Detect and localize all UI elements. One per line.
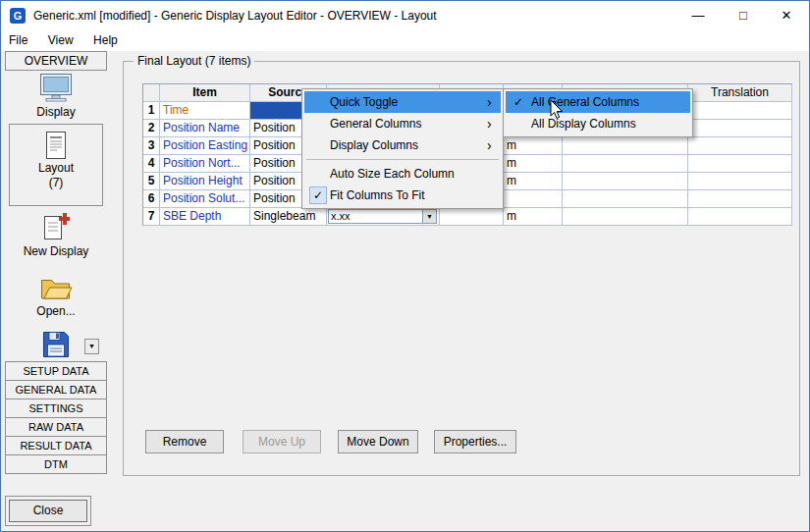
layout-document-icon [44,131,68,160]
save-dropdown-button[interactable]: ▼ [84,339,99,354]
properties-button[interactable]: Properties... [434,430,516,453]
sidebar-item-new-display[interactable]: New Display [5,212,107,258]
menu-item-general-columns[interactable]: General Columns › [304,113,501,134]
hidden-cell-2[interactable] [563,173,688,190]
menu-item-all-display-columns[interactable]: All Display Columns [506,113,690,134]
menu-item-fit-columns-to-fit[interactable]: ✓ Fit Columns To Fit [304,185,501,206]
unit-cell[interactable] [504,190,563,208]
sidebar-item-layout[interactable]: Layout (7) [9,124,103,206]
move-down-button[interactable]: Move Down [338,430,418,453]
menu-item-all-general-columns[interactable]: ✓ All General Columns [506,91,690,113]
menu-file[interactable]: File [1,30,35,51]
remove-button[interactable]: Remove [145,430,224,453]
item-column-header[interactable]: Item [160,84,250,102]
menu-label: General Columns [330,117,487,131]
sidebar-item-settings[interactable]: SETTINGS [5,399,107,418]
sidebar-item-setup-data[interactable]: SETUP DATA [5,361,107,381]
item-cell[interactable]: Position Nort... [160,155,250,173]
source-cell[interactable]: Singlebeam [250,208,327,226]
menu-item-display-columns[interactable]: Display Columns › [304,134,501,156]
item-cell[interactable]: Position Height [160,173,250,190]
new-display-label: New Display [5,244,107,258]
translation-cell[interactable] [688,190,792,208]
item-cell[interactable]: SBE Depth [160,208,250,226]
layout-label: Layout [38,161,74,175]
open-label: Open... [5,304,107,318]
open-folder-icon [39,275,73,301]
unit-cell[interactable]: m [504,137,563,155]
context-menu: Quick Toggle › General Columns › Display… [301,88,504,209]
sidebar-item-result-data[interactable]: RESULT DATA [5,436,107,455]
check-icon: ✓ [506,95,531,109]
menu-label: Fit Columns To Fit [330,188,487,202]
close-button-frame: Close [5,496,91,526]
sidebar-item-raw-data[interactable]: RAW DATA [5,417,107,437]
layout-count: (7) [49,176,64,189]
combobox-value: x.xx [329,210,422,223]
submenu-arrow-icon: › [487,135,501,155]
menu-item-quick-toggle[interactable]: Quick Toggle › [304,91,501,113]
menu-separator [306,159,499,160]
item-cell[interactable]: Position Name [160,120,250,137]
sidebar-item-display[interactable]: Display [5,73,107,119]
menu-view[interactable]: View [40,30,81,51]
save-floppy-icon [41,330,71,359]
row-number[interactable]: 6 [143,190,160,208]
row-number[interactable]: 4 [143,155,160,173]
check-icon: ✓ [309,186,327,204]
translation-cell[interactable] [688,208,792,226]
format-combobox[interactable]: x.xx ▼ [328,209,437,224]
item-cell[interactable]: Position Easting [160,137,250,155]
new-display-icon [42,212,70,241]
sidebar-sections: SETUP DATA GENERAL DATA SETTINGS RAW DAT… [5,361,107,474]
move-up-button[interactable]: Move Up [243,430,321,453]
translation-cell[interactable] [688,102,792,120]
close-button[interactable]: Close [9,500,87,522]
translation-cell[interactable] [688,120,792,137]
close-window-button[interactable]: ✕ [764,1,809,30]
row-number[interactable]: 5 [143,173,160,190]
menu-label: Quick Toggle [330,95,487,109]
translation-cell[interactable] [688,137,792,155]
unit-cell[interactable]: m [504,155,563,173]
mouse-cursor [550,99,564,120]
unit-cell[interactable]: m [504,173,563,190]
translation-column-header[interactable]: Translation [688,84,792,102]
submenu-arrow-icon: › [487,114,501,133]
menu-item-auto-size-each-column[interactable]: Auto Size Each Column [304,163,501,185]
row-number[interactable]: 7 [143,208,160,226]
unit-cell[interactable]: m [504,208,563,226]
window-title: Generic.xml [modified] - Generic Display… [33,1,437,30]
translation-cell[interactable] [688,173,792,190]
item-cell[interactable]: Time [160,102,250,120]
format-cell: x.xx ▼ [327,208,440,226]
row-number[interactable]: 1 [143,102,160,120]
corner-header-cell[interactable] [143,84,160,102]
submenu-arrow-icon: › [487,92,501,112]
sidebar-item-general-data[interactable]: GENERAL DATA [5,380,107,399]
context-submenu: ✓ All General Columns All Display Column… [503,88,693,137]
item-cell[interactable]: Position Solut... [160,190,250,208]
hidden-cell-2[interactable] [563,208,688,226]
combobox-dropdown-icon[interactable]: ▼ [422,210,436,223]
maximize-button[interactable]: □ [721,1,766,30]
sidebar-header-overview: OVERVIEW [5,51,107,71]
groupbox-title: Final Layout (7 items) [134,54,254,68]
menu-bar: File View Help [1,30,809,51]
hidden-cell-2[interactable] [563,190,688,208]
table-row-7: 7 SBE Depth Singlebeam x.xx ▼ m [143,208,792,226]
hidden-cell-2[interactable] [563,155,688,173]
display-label: Display [5,105,107,119]
display-monitor-icon [39,73,73,102]
app-icon: G [10,8,26,24]
menu-gutter: ✓ [304,186,330,204]
row-number[interactable]: 3 [143,137,160,155]
hidden-cell-2[interactable] [563,137,688,155]
sidebar-item-open[interactable]: Open... [5,275,107,318]
row-number[interactable]: 2 [143,120,160,137]
menu-help[interactable]: Help [85,30,126,51]
sidebar-item-dtm[interactable]: DTM [5,454,107,474]
minimize-button[interactable]: — [675,1,721,30]
translation-cell[interactable] [688,155,792,173]
hidden-cell[interactable] [440,208,504,226]
